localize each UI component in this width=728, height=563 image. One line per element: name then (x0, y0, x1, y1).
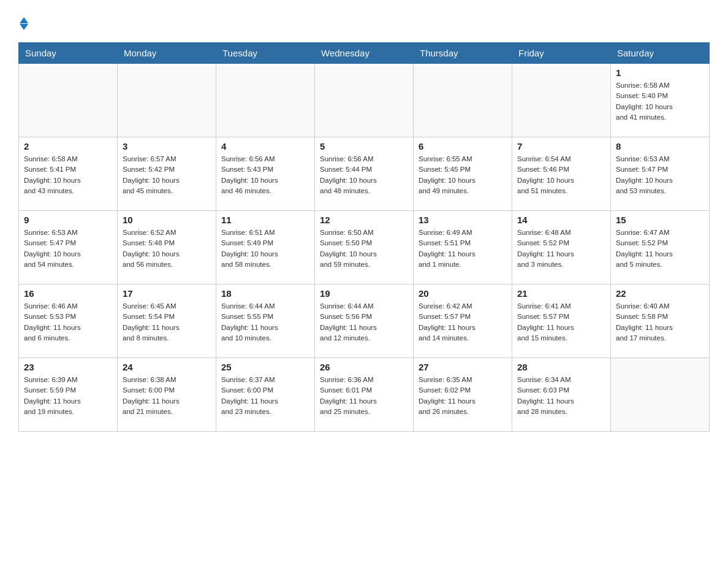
day-number: 4 (221, 141, 309, 151)
day-number: 14 (517, 215, 605, 225)
day-number: 18 (221, 288, 309, 299)
day-number: 22 (616, 288, 704, 299)
logo (18, 17, 28, 33)
logo-icon (18, 17, 28, 33)
calendar-day-cell: 20Sunrise: 6:42 AM Sunset: 5:57 PM Dayli… (414, 285, 512, 358)
calendar-week-row: 23Sunrise: 6:39 AM Sunset: 5:59 PM Dayli… (19, 358, 710, 432)
day-number: 16 (24, 288, 112, 299)
day-info: Sunrise: 6:46 AM Sunset: 5:53 PM Dayligh… (24, 301, 112, 343)
day-info: Sunrise: 6:57 AM Sunset: 5:42 PM Dayligh… (123, 154, 211, 196)
calendar-day-cell: 8Sunrise: 6:53 AM Sunset: 5:47 PM Daylig… (611, 137, 710, 211)
calendar-day-cell: 23Sunrise: 6:39 AM Sunset: 5:59 PM Dayli… (19, 358, 118, 432)
calendar-day-cell: 14Sunrise: 6:48 AM Sunset: 5:52 PM Dayli… (512, 211, 611, 285)
calendar-day-cell: 10Sunrise: 6:52 AM Sunset: 5:48 PM Dayli… (118, 211, 216, 285)
day-info: Sunrise: 6:45 AM Sunset: 5:54 PM Dayligh… (123, 301, 211, 343)
day-number: 6 (419, 141, 507, 151)
day-of-week-header: Wednesday (315, 43, 414, 64)
day-number: 23 (24, 362, 112, 372)
day-number: 5 (320, 141, 408, 151)
day-info: Sunrise: 6:58 AM Sunset: 5:41 PM Dayligh… (24, 154, 112, 196)
day-info: Sunrise: 6:44 AM Sunset: 5:56 PM Dayligh… (320, 301, 408, 343)
day-of-week-header: Saturday (611, 43, 710, 64)
calendar-day-cell: 12Sunrise: 6:50 AM Sunset: 5:50 PM Dayli… (315, 211, 414, 285)
day-info: Sunrise: 6:51 AM Sunset: 5:49 PM Dayligh… (221, 228, 309, 270)
day-number: 2 (24, 141, 112, 151)
day-number: 24 (123, 362, 211, 372)
calendar-day-cell: 9Sunrise: 6:53 AM Sunset: 5:47 PM Daylig… (19, 211, 118, 285)
calendar-day-cell (315, 64, 414, 137)
day-number: 25 (221, 362, 309, 372)
day-number: 12 (320, 215, 408, 225)
day-info: Sunrise: 6:38 AM Sunset: 6:00 PM Dayligh… (123, 375, 211, 417)
day-info: Sunrise: 6:53 AM Sunset: 5:47 PM Dayligh… (616, 154, 704, 196)
day-info: Sunrise: 6:40 AM Sunset: 5:58 PM Dayligh… (616, 301, 704, 343)
calendar-day-cell: 3Sunrise: 6:57 AM Sunset: 5:42 PM Daylig… (118, 137, 216, 211)
calendar-week-row: 2Sunrise: 6:58 AM Sunset: 5:41 PM Daylig… (19, 137, 710, 211)
calendar-day-cell (118, 64, 216, 137)
calendar-day-cell: 13Sunrise: 6:49 AM Sunset: 5:51 PM Dayli… (414, 211, 512, 285)
day-of-week-header: Tuesday (216, 43, 315, 64)
day-number: 17 (123, 288, 211, 299)
day-number: 28 (517, 362, 605, 372)
calendar-day-cell: 16Sunrise: 6:46 AM Sunset: 5:53 PM Dayli… (19, 285, 118, 358)
day-number: 13 (419, 215, 507, 225)
calendar-day-cell (216, 64, 315, 137)
day-info: Sunrise: 6:52 AM Sunset: 5:48 PM Dayligh… (123, 228, 211, 270)
day-of-week-header: Thursday (414, 43, 512, 64)
calendar-week-row: 9Sunrise: 6:53 AM Sunset: 5:47 PM Daylig… (19, 211, 710, 285)
day-info: Sunrise: 6:35 AM Sunset: 6:02 PM Dayligh… (419, 375, 507, 417)
day-of-week-header: Monday (118, 43, 216, 64)
day-info: Sunrise: 6:48 AM Sunset: 5:52 PM Dayligh… (517, 228, 605, 270)
calendar-day-cell: 6Sunrise: 6:55 AM Sunset: 5:45 PM Daylig… (414, 137, 512, 211)
calendar-day-cell: 27Sunrise: 6:35 AM Sunset: 6:02 PM Dayli… (414, 358, 512, 432)
calendar-day-cell: 15Sunrise: 6:47 AM Sunset: 5:52 PM Dayli… (611, 211, 710, 285)
calendar-day-cell: 4Sunrise: 6:56 AM Sunset: 5:43 PM Daylig… (216, 137, 315, 211)
calendar-week-row: 16Sunrise: 6:46 AM Sunset: 5:53 PM Dayli… (19, 285, 710, 358)
day-info: Sunrise: 6:42 AM Sunset: 5:57 PM Dayligh… (419, 301, 507, 343)
calendar-day-cell: 18Sunrise: 6:44 AM Sunset: 5:55 PM Dayli… (216, 285, 315, 358)
day-info: Sunrise: 6:50 AM Sunset: 5:50 PM Dayligh… (320, 228, 408, 270)
calendar-week-row: 1Sunrise: 6:58 AM Sunset: 5:40 PM Daylig… (19, 64, 710, 137)
day-number: 7 (517, 141, 605, 151)
day-number: 15 (616, 215, 704, 225)
day-info: Sunrise: 6:56 AM Sunset: 5:43 PM Dayligh… (221, 154, 309, 196)
day-number: 19 (320, 288, 408, 299)
day-number: 11 (221, 215, 309, 225)
calendar-day-cell (611, 358, 710, 432)
calendar-day-cell: 19Sunrise: 6:44 AM Sunset: 5:56 PM Dayli… (315, 285, 414, 358)
day-info: Sunrise: 6:55 AM Sunset: 5:45 PM Dayligh… (419, 154, 507, 196)
day-number: 10 (123, 215, 211, 225)
calendar-header-row: SundayMondayTuesdayWednesdayThursdayFrid… (19, 43, 710, 64)
calendar-day-cell: 28Sunrise: 6:34 AM Sunset: 6:03 PM Dayli… (512, 358, 611, 432)
day-info: Sunrise: 6:49 AM Sunset: 5:51 PM Dayligh… (419, 228, 507, 270)
day-info: Sunrise: 6:41 AM Sunset: 5:57 PM Dayligh… (517, 301, 605, 343)
calendar-day-cell: 26Sunrise: 6:36 AM Sunset: 6:01 PM Dayli… (315, 358, 414, 432)
day-info: Sunrise: 6:37 AM Sunset: 6:00 PM Dayligh… (221, 375, 309, 417)
day-number: 21 (517, 288, 605, 299)
day-of-week-header: Friday (512, 43, 611, 64)
day-info: Sunrise: 6:44 AM Sunset: 5:55 PM Dayligh… (221, 301, 309, 343)
calendar-day-cell: 24Sunrise: 6:38 AM Sunset: 6:00 PM Dayli… (118, 358, 216, 432)
day-info: Sunrise: 6:54 AM Sunset: 5:46 PM Dayligh… (517, 154, 605, 196)
day-info: Sunrise: 6:56 AM Sunset: 5:44 PM Dayligh… (320, 154, 408, 196)
calendar-day-cell: 11Sunrise: 6:51 AM Sunset: 5:49 PM Dayli… (216, 211, 315, 285)
calendar-table: SundayMondayTuesdayWednesdayThursdayFrid… (18, 42, 710, 432)
calendar-day-cell: 17Sunrise: 6:45 AM Sunset: 5:54 PM Dayli… (118, 285, 216, 358)
calendar-day-cell: 25Sunrise: 6:37 AM Sunset: 6:00 PM Dayli… (216, 358, 315, 432)
calendar-day-cell: 5Sunrise: 6:56 AM Sunset: 5:44 PM Daylig… (315, 137, 414, 211)
day-of-week-header: Sunday (19, 43, 118, 64)
day-info: Sunrise: 6:36 AM Sunset: 6:01 PM Dayligh… (320, 375, 408, 417)
calendar-day-cell: 1Sunrise: 6:58 AM Sunset: 5:40 PM Daylig… (611, 64, 710, 137)
day-info: Sunrise: 6:39 AM Sunset: 5:59 PM Dayligh… (24, 375, 112, 417)
calendar-day-cell: 21Sunrise: 6:41 AM Sunset: 5:57 PM Dayli… (512, 285, 611, 358)
calendar-day-cell: 7Sunrise: 6:54 AM Sunset: 5:46 PM Daylig… (512, 137, 611, 211)
day-number: 27 (419, 362, 507, 372)
day-number: 20 (419, 288, 507, 299)
day-number: 26 (320, 362, 408, 372)
day-number: 8 (616, 141, 704, 151)
calendar-day-cell (19, 64, 118, 137)
page-header (18, 12, 710, 33)
day-info: Sunrise: 6:34 AM Sunset: 6:03 PM Dayligh… (517, 375, 605, 417)
day-info: Sunrise: 6:58 AM Sunset: 5:40 PM Dayligh… (616, 80, 704, 123)
calendar-day-cell: 22Sunrise: 6:40 AM Sunset: 5:58 PM Dayli… (611, 285, 710, 358)
